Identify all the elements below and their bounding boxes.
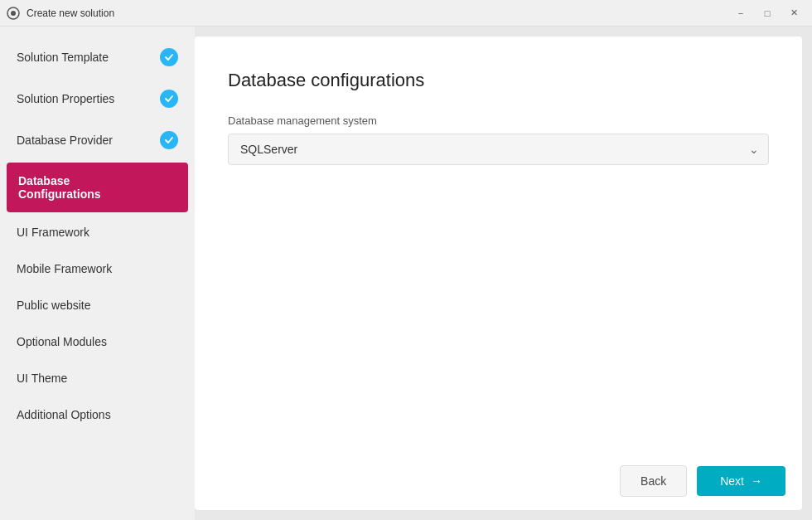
page-title: Database configurations [228, 70, 769, 91]
sidebar-item-label: Public website [17, 299, 91, 312]
sidebar-item-database-provider[interactable]: Database Provider [0, 119, 195, 161]
sidebar-item-label: DatabaseConfigurations [18, 174, 101, 201]
db-management-select[interactable]: SQLServer MySQL PostgreSQL Oracle SQLite [228, 134, 769, 165]
sidebar-item-ui-theme[interactable]: UI Theme [0, 360, 195, 396]
footer: Back Next → [195, 452, 802, 510]
sidebar: Solution Template Solution Properties Da… [0, 27, 195, 520]
app-logo-icon [7, 7, 20, 20]
svg-point-1 [11, 11, 16, 16]
select-wrapper: SQLServer MySQL PostgreSQL Oracle SQLite… [228, 134, 769, 165]
next-button[interactable]: Next → [697, 466, 785, 496]
main-content: Database configurations Database managem… [195, 36, 802, 510]
sidebar-item-label: UI Theme [17, 372, 67, 385]
sidebar-item-label: Optional Modules [17, 335, 107, 348]
sidebar-item-label: Additional Options [17, 408, 111, 421]
sidebar-item-optional-modules[interactable]: Optional Modules [0, 323, 195, 360]
next-arrow-icon: → [751, 474, 762, 488]
app-body: Solution Template Solution Properties Da… [0, 27, 812, 520]
sidebar-item-database-configurations[interactable]: DatabaseConfigurations [7, 163, 188, 212]
titlebar: Create new solution − □ ✕ [0, 0, 812, 27]
close-button[interactable]: ✕ [782, 5, 805, 22]
sidebar-item-label: Solution Template [17, 51, 109, 64]
sidebar-item-solution-template[interactable]: Solution Template [0, 36, 195, 78]
sidebar-item-public-website[interactable]: Public website [0, 287, 195, 323]
sidebar-item-label: Mobile Framework [17, 262, 112, 275]
sidebar-item-label: UI Framework [17, 226, 89, 239]
sidebar-item-ui-framework[interactable]: UI Framework [0, 214, 195, 250]
back-button[interactable]: Back [620, 465, 687, 497]
titlebar-left: Create new solution [7, 7, 114, 20]
sidebar-item-label: Database Provider [17, 134, 113, 147]
check-icon [160, 48, 178, 66]
next-label: Next [720, 474, 744, 488]
check-icon [160, 131, 178, 149]
titlebar-controls: − □ ✕ [729, 5, 805, 22]
field-label: Database management system [228, 114, 769, 127]
sidebar-item-additional-options[interactable]: Additional Options [0, 396, 195, 433]
sidebar-item-mobile-framework[interactable]: Mobile Framework [0, 250, 195, 287]
sidebar-item-label: Solution Properties [17, 92, 114, 105]
maximize-button[interactable]: □ [756, 5, 779, 22]
check-icon [160, 90, 178, 108]
titlebar-title: Create new solution [27, 7, 114, 19]
db-management-field: Database management system SQLServer MyS… [228, 114, 769, 165]
minimize-button[interactable]: − [729, 5, 752, 22]
sidebar-item-solution-properties[interactable]: Solution Properties [0, 78, 195, 119]
